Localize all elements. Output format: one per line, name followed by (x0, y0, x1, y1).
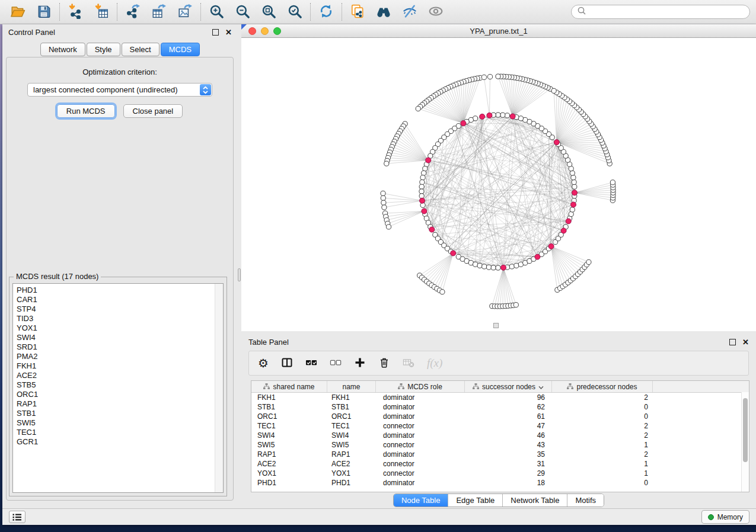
birdseye-eye-button[interactable] (427, 3, 445, 21)
delete-column-icon (378, 357, 390, 370)
criterion-select[interactable]: largest connected component (undirected) (27, 83, 212, 97)
mcds-result-item[interactable]: STP4 (17, 305, 223, 314)
window-maximize-icon[interactable] (273, 27, 281, 35)
network-canvas[interactable] (241, 38, 756, 332)
table-row[interactable]: PHD1PHD1dominator180 (251, 478, 749, 488)
tab-mcds[interactable]: MCDS (161, 43, 200, 56)
tree-icon (398, 383, 404, 391)
memory-status-icon (708, 514, 714, 520)
import-table-button[interactable] (92, 3, 110, 21)
zoom-fit-icon (261, 4, 276, 21)
table-scrollbar-thumb[interactable] (743, 398, 748, 462)
run-mcds-button[interactable]: Run MCDS (57, 104, 115, 118)
open-file-button[interactable] (9, 3, 27, 21)
mcds-result-item[interactable]: ACE2 (17, 371, 223, 380)
mcds-result-item[interactable]: PMA2 (17, 352, 223, 361)
mcds-result-item[interactable]: SWI4 (17, 333, 223, 342)
column-header-MCDS-role[interactable]: MCDS role (376, 381, 465, 392)
tab-motifs[interactable]: Motifs (567, 494, 604, 507)
float-panel-icon[interactable] (212, 29, 219, 36)
hide-eye-button[interactable] (401, 3, 419, 21)
hide-eye-icon (402, 4, 417, 21)
optimization-criterion-label: Optimization criterion: (7, 68, 233, 76)
mcds-result-item[interactable]: CAR1 (17, 295, 223, 305)
close-panel-button[interactable]: Close panel (123, 104, 183, 118)
tree-icon (473, 383, 479, 391)
mcds-result-item[interactable]: TID3 (17, 314, 223, 323)
zoom-out-button[interactable] (234, 3, 251, 21)
tab-network-table[interactable]: Network Table (502, 494, 567, 507)
tab-node-table[interactable]: Node Table (394, 494, 448, 507)
float-panel-icon[interactable] (729, 339, 736, 345)
mcds-result-item[interactable]: SRD1 (17, 342, 223, 352)
zoom-selected-button[interactable] (286, 3, 304, 21)
network-from-document-button[interactable] (349, 3, 366, 21)
table-row[interactable]: ORC1ORC1dominator610 (251, 412, 749, 421)
column-header-shared-name[interactable]: shared name (251, 381, 327, 392)
close-panel-icon[interactable]: ✕ (742, 338, 749, 346)
table-scrollbar[interactable] (741, 392, 749, 492)
tab-edge-table[interactable]: Edge Table (448, 494, 502, 507)
control-panel-title: Control Panel (8, 28, 55, 37)
mcds-result-item[interactable]: GCR1 (17, 437, 223, 447)
table-row[interactable]: RAP1RAP1dominator352 (251, 450, 749, 459)
mcds-result-item[interactable]: YOX1 (17, 323, 223, 333)
save-session-button[interactable] (35, 3, 53, 21)
search-box[interactable] (571, 5, 750, 19)
tab-style[interactable]: Style (87, 43, 120, 56)
table-row[interactable]: ACE2ACE2connector311 (251, 459, 749, 469)
sort-chevron-icon (538, 383, 544, 391)
export-image-button[interactable] (176, 3, 194, 21)
table-row[interactable]: STB1STB1dominator620 (251, 402, 749, 412)
zoom-out-icon (235, 4, 250, 21)
add-column-button[interactable] (354, 357, 366, 370)
search-input[interactable] (589, 7, 744, 17)
table-tabs-row: Node TableEdge TableNetwork TableMotifs (241, 493, 756, 507)
column-header-name[interactable]: name (327, 381, 376, 392)
zoom-fit-button[interactable] (260, 3, 277, 21)
mcds-result-item[interactable]: ORC1 (17, 390, 223, 399)
mcds-result-item[interactable]: FKH1 (17, 361, 223, 371)
settings-gear-button[interactable]: ⚙ (258, 357, 269, 369)
task-history-button[interactable] (9, 511, 25, 523)
mcds-result-item[interactable]: TEC1 (17, 428, 223, 437)
binoculars-button[interactable] (375, 3, 393, 21)
select-all-checkboxes-icon (305, 357, 317, 370)
close-panel-icon[interactable]: ✕ (225, 28, 232, 36)
tab-network[interactable]: Network (40, 43, 85, 56)
memory-button[interactable]: Memory (701, 510, 749, 524)
criterion-select-value: largest connected component (undirected) (33, 85, 178, 94)
delete-column-button[interactable] (378, 357, 390, 370)
table-row[interactable]: TEC1TEC1connector472 (251, 421, 749, 431)
tab-select[interactable]: Select (122, 43, 160, 56)
mcds-result-item[interactable]: RAP1 (17, 399, 223, 409)
column-header-predecessor-nodes[interactable]: predecessor nodes (552, 381, 653, 392)
mcds-list-scrollbar[interactable] (215, 284, 223, 492)
tree-icon (263, 383, 270, 391)
column-header-successor-nodes[interactable]: successor nodes (465, 381, 552, 392)
table-row[interactable]: FKH1FKH1dominator962 (251, 393, 749, 402)
canvas-splitter-grip[interactable] (493, 323, 499, 328)
network-from-document-icon (350, 4, 365, 21)
export-table-button[interactable] (150, 3, 168, 21)
mcds-result-item[interactable]: SWI5 (17, 418, 223, 428)
split-columns-button[interactable] (281, 357, 293, 370)
table-header-row: shared namenameMCDS rolesuccessor nodesp… (251, 381, 749, 393)
mcds-result-title: MCDS result (17 nodes) (14, 272, 101, 281)
mcds-result-item[interactable]: STB5 (17, 380, 223, 390)
import-network-button[interactable] (66, 3, 84, 21)
table-row[interactable]: SWI5SWI5connector431 (251, 440, 749, 450)
deselect-all-checkboxes-button[interactable] (330, 357, 342, 370)
select-all-checkboxes-button[interactable] (305, 357, 317, 370)
mcds-result-item[interactable]: STB1 (17, 409, 223, 418)
vertical-splitter-grip[interactable] (238, 268, 241, 281)
refresh-view-button[interactable] (317, 3, 335, 21)
window-close-icon[interactable] (248, 27, 256, 35)
mcds-result-item[interactable]: PHD1 (17, 286, 223, 295)
table-row[interactable]: YOX1YOX1connector291 (251, 469, 749, 478)
window-minimize-icon[interactable] (261, 27, 269, 35)
export-network-button[interactable] (124, 3, 142, 21)
zoom-in-button[interactable] (208, 3, 225, 21)
mcds-result-list: PHD1CAR1STP4TID3YOX1SWI4SRD1PMA2FKH1ACE2… (12, 283, 224, 493)
table-row[interactable]: SWI4SWI4dominator462 (251, 431, 749, 440)
